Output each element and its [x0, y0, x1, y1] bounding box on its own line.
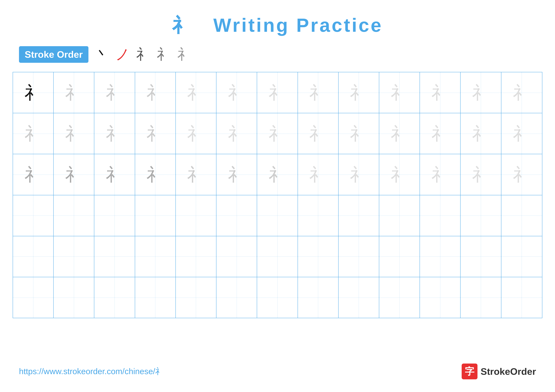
grid-cell[interactable]: 礻: [135, 113, 176, 154]
grid-cell[interactable]: 礻: [216, 154, 257, 195]
grid-cell[interactable]: [94, 236, 135, 277]
grid-cell[interactable]: [379, 195, 420, 236]
grid-cell[interactable]: 礻: [339, 113, 379, 154]
grid-cell[interactable]: 礻: [13, 113, 54, 154]
grid-cell[interactable]: 礻: [298, 154, 339, 195]
grid-cell[interactable]: [460, 277, 501, 318]
grid-cell[interactable]: [216, 195, 257, 236]
grid-cell[interactable]: [339, 277, 379, 318]
grid-cell[interactable]: 礻: [501, 72, 542, 113]
grid-cell[interactable]: [216, 236, 257, 277]
stroke-order-section: Stroke Order 丶 ノ 礻 礻 礻: [0, 45, 555, 64]
grid-cell[interactable]: [176, 195, 216, 236]
grid-cell[interactable]: 礻: [501, 113, 542, 154]
grid-cell[interactable]: 礻: [216, 72, 257, 113]
grid-cell[interactable]: 礻: [379, 113, 420, 154]
header-char: 礻: [172, 14, 193, 36]
grid-cell[interactable]: 礻: [298, 113, 339, 154]
grid-cell[interactable]: [460, 195, 501, 236]
grid-cell[interactable]: [379, 236, 420, 277]
stroke-order-badge: Stroke Order: [19, 46, 88, 63]
grid-cell[interactable]: [135, 277, 176, 318]
grid-cell[interactable]: 礻: [460, 113, 501, 154]
grid-cell[interactable]: 礻: [420, 113, 460, 154]
grid-cell[interactable]: 礻: [339, 72, 379, 113]
grid-cell[interactable]: [339, 195, 379, 236]
grid-cell[interactable]: 礻: [94, 113, 135, 154]
practice-grid: 礻 礻 礻 礻 礻 礻 礻 礻 礻 礻 礻 礻 礻 礻 礻 礻 礻 礻 礻 礻 …: [13, 72, 542, 318]
grid-cell[interactable]: [420, 195, 460, 236]
grid-cell[interactable]: [176, 236, 216, 277]
grid-row-2: 礻 礻 礻 礻 礻 礻 礻 礻 礻 礻 礻 礻 礻: [13, 113, 542, 154]
grid-cell[interactable]: [216, 277, 257, 318]
grid-cell[interactable]: 礻: [13, 72, 54, 113]
grid-cell[interactable]: 礻: [176, 113, 216, 154]
footer-logo: 字 StrokeOrder: [462, 363, 536, 379]
grid-cell[interactable]: [13, 195, 54, 236]
grid-cell[interactable]: [257, 195, 298, 236]
grid-cell[interactable]: 礻: [216, 113, 257, 154]
grid-cell[interactable]: 礻: [54, 154, 94, 195]
grid-cell[interactable]: [94, 195, 135, 236]
stroke-step-4: 礻: [157, 45, 171, 64]
grid-cell[interactable]: 礻: [420, 72, 460, 113]
page-title: 礻 Writing Practice: [172, 14, 383, 36]
grid-cell[interactable]: 礻: [54, 72, 94, 113]
grid-cell[interactable]: 礻: [94, 154, 135, 195]
grid-cell[interactable]: 礻: [257, 154, 298, 195]
grid-cell[interactable]: 礻: [298, 72, 339, 113]
grid-row-4: [13, 195, 542, 236]
grid-cell[interactable]: [501, 236, 542, 277]
grid-cell[interactable]: [420, 236, 460, 277]
grid-cell[interactable]: [135, 195, 176, 236]
grid-cell[interactable]: 礻: [176, 72, 216, 113]
footer-logo-icon: 字: [462, 363, 477, 379]
grid-cell[interactable]: 礻: [257, 113, 298, 154]
grid-cell[interactable]: [298, 195, 339, 236]
grid-cell[interactable]: [257, 236, 298, 277]
grid-row-3: 礻 礻 礻 礻 礻 礻 礻 礻 礻 礻 礻 礻 礻: [13, 154, 542, 195]
grid-cell[interactable]: 礻: [460, 154, 501, 195]
grid-cell[interactable]: [94, 277, 135, 318]
grid-cell[interactable]: [135, 236, 176, 277]
grid-cell[interactable]: 礻: [460, 72, 501, 113]
grid-cell[interactable]: 礻: [54, 113, 94, 154]
grid-cell[interactable]: 礻: [420, 154, 460, 195]
stroke-step-2: ノ: [115, 45, 130, 64]
stroke-step-3: 礻: [136, 45, 150, 64]
grid-cell[interactable]: 礻: [257, 72, 298, 113]
footer: https://www.strokeorder.com/chinese/礻 字 …: [19, 363, 536, 379]
grid-cell[interactable]: [54, 195, 94, 236]
grid-cell[interactable]: [257, 277, 298, 318]
grid-cell[interactable]: 礻: [379, 72, 420, 113]
grid-cell[interactable]: [339, 236, 379, 277]
grid-cell[interactable]: 礻: [135, 72, 176, 113]
footer-logo-text: StrokeOrder: [481, 366, 536, 377]
grid-row-1: 礻 礻 礻 礻 礻 礻 礻 礻 礻 礻 礻 礻 礻: [13, 72, 542, 113]
grid-cell[interactable]: [501, 277, 542, 318]
grid-cell[interactable]: 礻: [379, 154, 420, 195]
grid-cell[interactable]: [379, 277, 420, 318]
grid-cell[interactable]: [460, 236, 501, 277]
grid-row-5: [13, 236, 542, 277]
grid-cell[interactable]: 礻: [176, 154, 216, 195]
grid-cell[interactable]: [298, 236, 339, 277]
grid-row-6: [13, 277, 542, 318]
grid-cell[interactable]: [13, 236, 54, 277]
grid-cell[interactable]: [54, 277, 94, 318]
grid-cell[interactable]: [420, 277, 460, 318]
grid-cell[interactable]: [54, 236, 94, 277]
stroke-step-5: 礻: [177, 45, 192, 64]
stroke-step-1: 丶: [95, 45, 109, 64]
grid-cell[interactable]: [176, 277, 216, 318]
grid-cell[interactable]: 礻: [13, 154, 54, 195]
grid-cell[interactable]: 礻: [94, 72, 135, 113]
grid-cell[interactable]: 礻: [135, 154, 176, 195]
grid-cell[interactable]: 礻: [339, 154, 379, 195]
grid-cell[interactable]: [501, 195, 542, 236]
grid-cell[interactable]: [298, 277, 339, 318]
footer-url[interactable]: https://www.strokeorder.com/chinese/礻: [19, 366, 163, 377]
page-header: 礻 Writing Practice: [0, 0, 555, 45]
grid-cell[interactable]: [13, 277, 54, 318]
grid-cell[interactable]: 礻: [501, 154, 542, 195]
